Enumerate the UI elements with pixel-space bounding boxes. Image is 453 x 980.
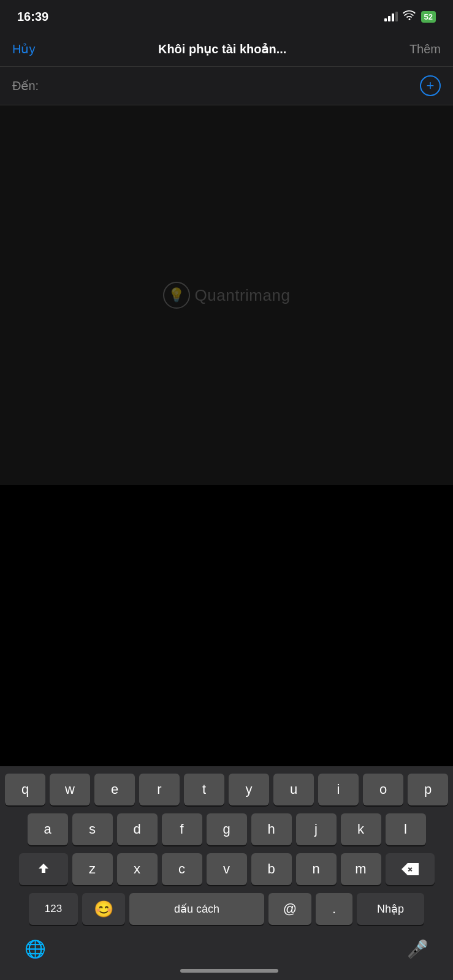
plus-icon: + xyxy=(427,78,435,94)
key-r[interactable]: r xyxy=(139,774,180,805)
dot-key[interactable]: . xyxy=(316,893,352,925)
nav-header: Hủy Khôi phục tài khoản... Thêm xyxy=(0,33,453,67)
key-x[interactable]: x xyxy=(117,853,158,885)
to-field: Đến: + xyxy=(0,67,453,105)
key-j[interactable]: j xyxy=(296,813,337,845)
backspace-key[interactable] xyxy=(386,853,435,885)
status-bar: 16:39 52 xyxy=(0,0,453,33)
globe-icon[interactable]: 🌐 xyxy=(25,939,46,959)
key-y[interactable]: y xyxy=(229,774,269,805)
key-t[interactable]: t xyxy=(184,774,224,805)
key-i[interactable]: i xyxy=(318,774,359,805)
watermark-logo-icon: 💡 xyxy=(163,282,190,309)
key-l[interactable]: l xyxy=(386,813,426,845)
key-p[interactable]: p xyxy=(408,774,448,805)
watermark: 💡 Quantrimang xyxy=(163,282,291,309)
key-w[interactable]: w xyxy=(50,774,90,805)
status-time: 16:39 xyxy=(17,10,48,24)
key-e[interactable]: e xyxy=(94,774,135,805)
shift-key[interactable] xyxy=(19,853,68,885)
keyboard-bottom-bar: 🌐 🎤 xyxy=(2,933,451,969)
to-label: Đến: xyxy=(12,78,39,93)
enter-key[interactable]: Nhập xyxy=(357,893,424,925)
space-key[interactable]: dấu cách xyxy=(129,893,264,925)
home-bar xyxy=(180,969,278,973)
keyboard-row-2: a s d f g h j k l xyxy=(2,813,451,845)
home-indicator-bar xyxy=(2,969,453,980)
key-o[interactable]: o xyxy=(363,774,403,805)
keyboard-row-4: 123 😊 dấu cách @ . Nhập xyxy=(2,893,451,925)
key-c[interactable]: c xyxy=(162,853,202,885)
lightbulb-icon: 💡 xyxy=(168,287,185,303)
microphone-icon[interactable]: 🎤 xyxy=(407,939,428,959)
key-f[interactable]: f xyxy=(162,813,202,845)
numbers-key[interactable]: 123 xyxy=(29,893,78,925)
key-z[interactable]: z xyxy=(72,853,113,885)
key-q[interactable]: q xyxy=(5,774,45,805)
key-b[interactable]: b xyxy=(251,853,292,885)
key-g[interactable]: g xyxy=(207,813,247,845)
key-h[interactable]: h xyxy=(251,813,292,845)
watermark-text: Quantrimang xyxy=(195,286,291,305)
key-a[interactable]: a xyxy=(28,813,68,845)
cancel-button[interactable]: Hủy xyxy=(12,42,35,56)
page-title: Khôi phục tài khoản... xyxy=(158,42,286,56)
key-v[interactable]: v xyxy=(207,853,247,885)
key-n[interactable]: n xyxy=(296,853,337,885)
key-s[interactable]: s xyxy=(72,813,113,845)
add-button[interactable]: Thêm xyxy=(409,42,441,56)
key-u[interactable]: u xyxy=(273,774,314,805)
at-key[interactable]: @ xyxy=(268,893,311,925)
wifi-icon xyxy=(403,10,416,23)
signal-icon xyxy=(384,12,398,21)
add-recipient-button[interactable]: + xyxy=(420,75,441,96)
status-icons: 52 xyxy=(384,10,436,23)
keyboard-row-1: q w e r t y u i o p xyxy=(2,774,451,805)
key-k[interactable]: k xyxy=(341,813,381,845)
keyboard-row-3: z x c v b n m xyxy=(2,853,451,885)
keyboard: q w e r t y u i o p a s d f g h j k l z … xyxy=(0,766,453,980)
battery-icon: 52 xyxy=(421,11,436,23)
emoji-key[interactable]: 😊 xyxy=(82,893,125,925)
key-m[interactable]: m xyxy=(341,853,381,885)
key-d[interactable]: d xyxy=(117,813,158,845)
main-content: 💡 Quantrimang xyxy=(0,105,453,485)
